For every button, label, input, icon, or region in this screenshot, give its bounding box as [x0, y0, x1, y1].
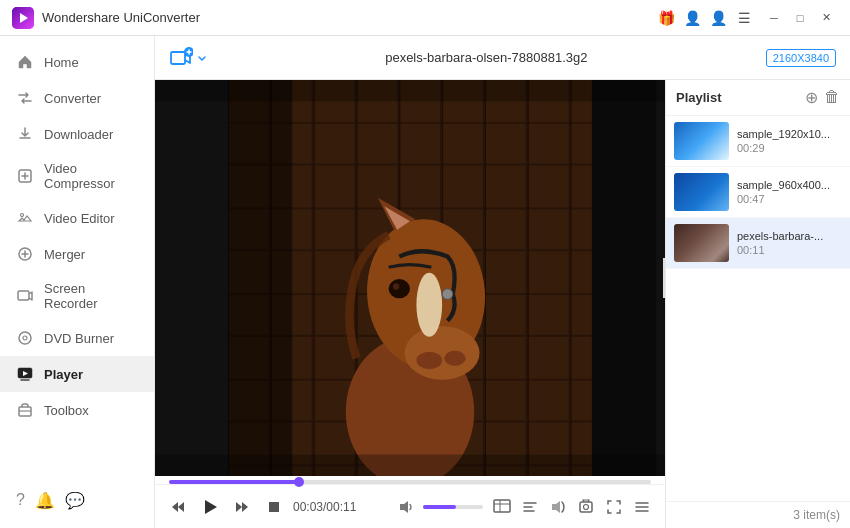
sidebar-item-merger[interactable]: Merger [0, 236, 154, 272]
sidebar-item-video-compressor[interactable]: Video Compressor [0, 152, 154, 200]
playlist-name-2: sample_960x400... [737, 179, 842, 191]
sidebar-label-home: Home [44, 55, 79, 70]
volume-slider[interactable] [423, 505, 483, 509]
svg-point-3 [21, 214, 24, 217]
user-icon[interactable]: 👤 [682, 8, 702, 28]
bell-icon[interactable]: 🔔 [35, 491, 55, 510]
playlist-info-3: pexels-barbara-... 00:11 [737, 230, 842, 256]
playlist-items: sample_1920x10... 00:29 sample_960x400..… [666, 116, 850, 501]
sidebar-item-toolbox[interactable]: Toolbox [0, 392, 154, 428]
playlist-item-active[interactable]: pexels-barbara-... 00:11 [666, 218, 850, 269]
progress-thumb[interactable] [294, 477, 304, 487]
fullscreen-button[interactable] [601, 494, 627, 520]
playlist: Playlist ⊕ 🗑 sample_1920x10... [665, 80, 850, 528]
video-container: ‹ [155, 80, 665, 476]
sidebar-label-toolbox: Toolbox [44, 403, 89, 418]
svg-rect-31 [228, 80, 292, 476]
sidebar-label-editor: Video Editor [44, 211, 115, 226]
svg-rect-34 [155, 455, 665, 476]
sidebar-item-home[interactable]: Home [0, 44, 154, 80]
progress-bar[interactable] [169, 480, 651, 484]
editor-icon [16, 209, 34, 227]
audio-button[interactable] [545, 494, 571, 520]
sidebar-item-video-editor[interactable]: Video Editor [0, 200, 154, 236]
dvd-icon [16, 329, 34, 347]
chevron-down-icon [197, 53, 207, 63]
playlist-item[interactable]: sample_960x400... 00:47 [666, 167, 850, 218]
progress-section [155, 476, 665, 484]
compressor-icon [16, 167, 34, 185]
play-button[interactable] [197, 494, 223, 520]
sidebar-item-downloader[interactable]: Downloader [0, 116, 154, 152]
menu-icon[interactable]: ☰ [734, 8, 754, 28]
window-controls: ─ □ ✕ [762, 8, 838, 28]
skip-forward-button[interactable] [229, 494, 255, 520]
merger-icon [16, 245, 34, 263]
collapse-playlist-button[interactable]: ‹ [663, 258, 665, 298]
sidebar-item-screen-recorder[interactable]: Screen Recorder [0, 272, 154, 320]
screenshot-button[interactable] [573, 494, 599, 520]
video-section: ‹ [155, 80, 665, 528]
svg-rect-11 [171, 52, 185, 64]
player-icon [16, 365, 34, 383]
app-logo [12, 7, 34, 29]
svg-rect-40 [269, 502, 279, 512]
right-controls [489, 494, 655, 520]
playlist-info-1: sample_1920x10... 00:29 [737, 128, 842, 154]
toolbox-icon [16, 401, 34, 419]
account-icon[interactable]: 👤 [708, 8, 728, 28]
sidebar-label-downloader: Downloader [44, 127, 113, 142]
gift-icon[interactable]: 🎁 [656, 8, 676, 28]
downloader-icon [16, 125, 34, 143]
app-title: Wondershare UniConverter [42, 10, 656, 25]
sidebar-label-converter: Converter [44, 91, 101, 106]
add-to-playlist-button[interactable]: ⊕ [805, 88, 818, 107]
caption-button[interactable] [517, 494, 543, 520]
svg-rect-42 [494, 500, 510, 512]
minimize-button[interactable]: ─ [762, 8, 786, 28]
titlebar: Wondershare UniConverter 🎁 👤 👤 ☰ ─ □ ✕ [0, 0, 850, 36]
topbar: pexels-barbara-olsen-7880881.3g2 2160X38… [155, 36, 850, 80]
playlist-item[interactable]: sample_1920x10... 00:29 [666, 116, 850, 167]
svg-point-26 [389, 279, 410, 298]
maximize-button[interactable]: □ [788, 8, 812, 28]
svg-marker-41 [400, 501, 408, 513]
feedback-icon[interactable]: 💬 [65, 491, 85, 510]
svg-point-22 [405, 326, 480, 380]
close-button[interactable]: ✕ [814, 8, 838, 28]
svg-marker-43 [552, 501, 560, 513]
thumb-image-1 [674, 122, 729, 160]
playlist-name-1: sample_1920x10... [737, 128, 842, 140]
skip-back-button[interactable] [165, 494, 191, 520]
sidebar-item-player[interactable]: Player [0, 356, 154, 392]
playlist-thumb-2 [674, 173, 729, 211]
svg-marker-36 [178, 502, 184, 512]
svg-marker-39 [242, 502, 248, 512]
stop-button[interactable] [261, 494, 287, 520]
more-button[interactable] [629, 494, 655, 520]
svg-rect-5 [18, 291, 29, 300]
sidebar-item-dvd-burner[interactable]: DVD Burner [0, 320, 154, 356]
current-filename: pexels-barbara-olsen-7880881.3g2 [217, 50, 756, 65]
aspect-ratio-button[interactable] [489, 494, 515, 520]
sidebar-item-converter[interactable]: Converter [0, 80, 154, 116]
volume-control [393, 494, 483, 520]
svg-point-24 [444, 351, 465, 366]
converter-icon [16, 89, 34, 107]
thumb-image-3 [674, 224, 729, 262]
svg-marker-37 [205, 500, 217, 514]
playlist-name-3: pexels-barbara-... [737, 230, 842, 242]
add-file-button[interactable] [169, 46, 207, 70]
mute-button[interactable] [393, 494, 419, 520]
svg-point-25 [416, 273, 442, 337]
playlist-header: Playlist ⊕ 🗑 [666, 80, 850, 116]
progress-fill [169, 480, 299, 484]
help-icon[interactable]: ? [16, 491, 25, 510]
svg-marker-35 [172, 502, 178, 512]
sidebar-label-compressor: Video Compressor [44, 161, 138, 191]
playlist-duration-3: 00:11 [737, 244, 842, 256]
player-area: ‹ [155, 80, 850, 528]
titlebar-action-icons: 🎁 👤 👤 ☰ [656, 8, 754, 28]
playlist-title: Playlist [676, 90, 722, 105]
delete-from-playlist-button[interactable]: 🗑 [824, 88, 840, 107]
